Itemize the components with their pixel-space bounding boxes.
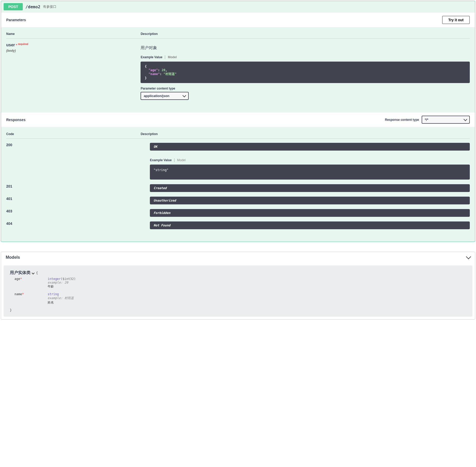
- responses-bar: Responses Response content type */*: [1, 112, 475, 127]
- tab-separator: [174, 158, 174, 162]
- param-name: user: [6, 43, 15, 47]
- response-row-404: 404 Not Found: [6, 221, 470, 229]
- model-box: 用户实体类 { age* integer($int32) example: 20…: [4, 265, 472, 317]
- tab-separator: [165, 55, 165, 59]
- field-type: string: [48, 292, 59, 296]
- example-value: 20: [64, 281, 68, 284]
- close-brace: }: [10, 308, 12, 312]
- response-content-type-label: Response content type: [385, 118, 419, 122]
- tab-example-value[interactable]: Example Value: [141, 55, 162, 59]
- model-name-text: 用户实体类: [10, 270, 31, 276]
- param-example-json[interactable]: { "age": 20, "name": "村雨遥"}: [141, 62, 470, 83]
- parameters-body: Name Description user * required (body) …: [1, 27, 475, 112]
- response-desc: Not Found: [150, 221, 470, 229]
- parameter-row: user * required (body) 用户对象 Example Valu…: [6, 43, 470, 100]
- response-example[interactable]: "string": [150, 165, 470, 180]
- example-label: example:: [48, 281, 63, 284]
- col-header-description: Description: [141, 32, 470, 36]
- content-type-label: Parameter content type: [141, 87, 470, 90]
- response-code: 201: [6, 184, 150, 192]
- models-section: Models 用户实体类 { age* integer($int32) exam…: [1, 252, 475, 320]
- model-field-name: name* string example: 村雨遥 姓名: [14, 292, 466, 305]
- response-code: 401: [6, 197, 150, 204]
- required-text: required: [18, 43, 28, 46]
- response-code: 404: [6, 221, 150, 229]
- field-description: 年龄: [48, 285, 54, 288]
- response-row-200: 200 OK Example Value Model "string": [6, 143, 470, 180]
- param-in: (body): [6, 49, 141, 53]
- response-desc: Forbidden: [150, 209, 470, 217]
- response-row-201: 201 Created: [6, 184, 470, 192]
- response-desc: Unauthorized: [150, 197, 470, 204]
- field-type: integer: [48, 277, 61, 281]
- tab-example-value[interactable]: Example Value: [150, 158, 172, 162]
- method-badge: POST: [4, 3, 23, 10]
- model-name[interactable]: 用户实体类: [10, 270, 34, 276]
- endpoint-summary: 有参接口: [43, 4, 56, 9]
- response-code: 200: [6, 143, 150, 180]
- parameters-title: Parameters: [6, 18, 26, 22]
- param-description: 用户对象: [141, 45, 470, 51]
- models-header[interactable]: Models: [1, 252, 475, 263]
- response-code: 403: [6, 209, 150, 217]
- response-desc: Created: [150, 184, 470, 192]
- field-key: age: [14, 277, 20, 281]
- col-header-resp-description: Description: [141, 132, 470, 136]
- open-brace: {: [36, 271, 38, 275]
- chevron-down-icon: [32, 271, 34, 274]
- field-key: name: [14, 292, 22, 296]
- col-header-name: Name: [6, 32, 141, 36]
- example-value: 村雨遥: [64, 296, 74, 300]
- response-content-type-value: */*: [425, 118, 428, 122]
- required-star: *: [20, 277, 22, 281]
- param-content-type-select[interactable]: application/json: [141, 92, 189, 100]
- try-it-out-button[interactable]: Try it out: [442, 16, 470, 24]
- chevron-down-icon: [466, 254, 471, 259]
- field-format: ($int32): [61, 277, 76, 281]
- response-desc: OK: [150, 143, 470, 151]
- param-content-type-value: application/json: [144, 94, 169, 98]
- col-header-code: Code: [6, 132, 141, 136]
- operation-post: POST /demo2 有参接口 Parameters Try it out N…: [1, 1, 475, 242]
- response-content-type-select[interactable]: */*: [422, 116, 470, 124]
- endpoint-path: /demo2: [25, 4, 40, 9]
- required-star: *: [22, 292, 24, 296]
- response-row-401: 401 Unauthorized: [6, 197, 470, 204]
- models-title: Models: [6, 255, 20, 260]
- responses-body: Code Description 200 OK Example Value Mo…: [1, 127, 475, 242]
- operation-header[interactable]: POST /demo2 有参接口: [1, 1, 475, 12]
- response-row-403: 403 Forbidden: [6, 209, 470, 217]
- responses-title: Responses: [6, 118, 26, 122]
- tab-model[interactable]: Model: [168, 55, 177, 59]
- parameters-bar: Parameters Try it out: [1, 12, 475, 27]
- required-star: *: [16, 43, 17, 47]
- field-description: 姓名: [48, 301, 54, 304]
- model-field-age: age* integer($int32) example: 20 年龄: [14, 277, 466, 289]
- tab-model[interactable]: Model: [177, 158, 186, 162]
- example-label: example:: [48, 296, 63, 300]
